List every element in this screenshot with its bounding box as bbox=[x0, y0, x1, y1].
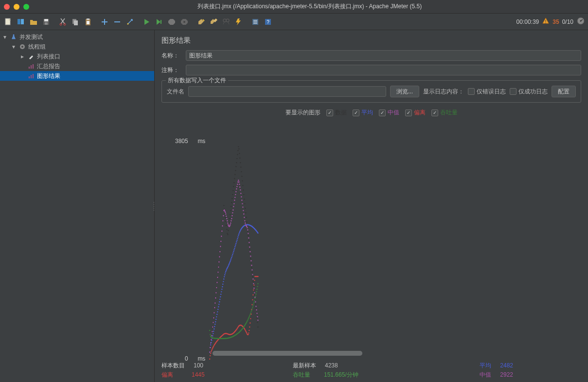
svg-rect-32 bbox=[33, 74, 34, 78]
only-error-checkbox[interactable]: 仅错误日志 bbox=[468, 88, 506, 96]
svg-point-101 bbox=[242, 185, 243, 186]
throughput-checkbox[interactable]: 吞吐量 bbox=[431, 109, 458, 117]
chevron-right-icon[interactable]: ▸ bbox=[19, 53, 25, 60]
start-no-pause-icon[interactable] bbox=[154, 17, 164, 27]
search-icon[interactable] bbox=[221, 17, 232, 27]
svg-point-64 bbox=[224, 213, 225, 214]
chart-scrollbar[interactable] bbox=[213, 351, 362, 356]
open-icon[interactable] bbox=[28, 17, 39, 27]
only-success-checkbox[interactable]: 仅成功日志 bbox=[510, 88, 548, 96]
cut-icon[interactable] bbox=[57, 17, 68, 27]
tree-label: 线程组 bbox=[28, 43, 46, 51]
svg-point-242 bbox=[214, 312, 214, 313]
paste-icon[interactable] bbox=[83, 17, 93, 27]
svg-point-315 bbox=[249, 247, 250, 248]
help-icon[interactable]: ? bbox=[263, 17, 273, 27]
svg-point-275 bbox=[230, 224, 231, 225]
svg-point-102 bbox=[243, 189, 244, 190]
svg-point-160 bbox=[222, 284, 223, 285]
gauge-icon[interactable] bbox=[576, 17, 585, 27]
tree-item-request[interactable]: ▸ 列表接口 bbox=[0, 52, 154, 61]
name-input[interactable] bbox=[186, 50, 581, 61]
svg-point-88 bbox=[236, 162, 237, 163]
svg-point-13 bbox=[127, 23, 129, 24]
shutdown-icon[interactable] bbox=[179, 17, 190, 27]
splitter-handle[interactable] bbox=[152, 199, 155, 214]
reset-search-icon[interactable] bbox=[233, 17, 244, 27]
clear-icon[interactable] bbox=[196, 17, 206, 27]
svg-point-98 bbox=[241, 171, 242, 172]
svg-point-334 bbox=[210, 355, 211, 356]
svg-point-141 bbox=[213, 331, 214, 332]
svg-point-279 bbox=[232, 215, 232, 216]
svg-point-284 bbox=[234, 200, 235, 200]
chevron-down-icon[interactable]: ▾ bbox=[11, 43, 17, 50]
svg-point-69 bbox=[227, 233, 228, 234]
svg-point-113 bbox=[248, 239, 249, 240]
save-icon[interactable] bbox=[41, 17, 52, 27]
svg-point-276 bbox=[230, 222, 231, 223]
svg-point-115 bbox=[249, 249, 250, 250]
median-label: 中值 bbox=[480, 371, 491, 379]
tree-item-graph[interactable]: 图形结果 bbox=[0, 71, 154, 81]
function-helper-icon[interactable] bbox=[250, 17, 261, 27]
stop-icon[interactable] bbox=[166, 17, 177, 27]
minimize-icon[interactable] bbox=[14, 4, 19, 10]
filename-input[interactable] bbox=[188, 86, 386, 97]
svg-point-337 bbox=[211, 350, 212, 351]
svg-point-287 bbox=[235, 191, 236, 192]
svg-rect-2 bbox=[21, 19, 24, 24]
svg-point-78 bbox=[231, 202, 232, 203]
config-button[interactable]: 配置 bbox=[552, 86, 576, 97]
svg-rect-11 bbox=[87, 18, 89, 20]
throughput-label: 吞吐量 bbox=[293, 371, 310, 379]
tree-root[interactable]: ▾ 并发测试 bbox=[0, 32, 154, 42]
svg-point-250 bbox=[217, 272, 218, 273]
data-checkbox[interactable]: 数据 bbox=[326, 109, 347, 117]
svg-point-312 bbox=[248, 233, 249, 234]
templates-icon[interactable] bbox=[16, 17, 26, 27]
svg-point-527 bbox=[255, 296, 256, 297]
close-icon[interactable] bbox=[4, 4, 10, 10]
deviation-checkbox[interactable]: 偏离 bbox=[405, 109, 426, 117]
comment-input[interactable] bbox=[186, 65, 581, 75]
svg-point-114 bbox=[249, 244, 249, 245]
collapse-icon[interactable] bbox=[112, 17, 123, 27]
svg-point-194 bbox=[239, 232, 240, 233]
chevron-down-icon[interactable]: ▾ bbox=[2, 34, 8, 40]
start-icon[interactable] bbox=[141, 17, 152, 27]
svg-point-188 bbox=[236, 241, 237, 242]
clear-all-icon[interactable] bbox=[208, 17, 219, 27]
graph-results-panel: 图形结果 名称： 注释： 所有数据写入一个文件 文件名 浏览... 显示日志内容… bbox=[155, 30, 588, 382]
svg-point-256 bbox=[220, 241, 221, 242]
test-plan-tree[interactable]: ▾ 并发测试 ▾ 线程组 ▸ 列表接口 汇总报告 图形结果 bbox=[0, 30, 155, 382]
new-icon[interactable] bbox=[3, 17, 14, 27]
tree-thread-group[interactable]: ▾ 线程组 bbox=[0, 42, 154, 52]
svg-point-322 bbox=[252, 278, 253, 279]
svg-point-195 bbox=[239, 231, 240, 232]
browse-button[interactable]: 浏览... bbox=[390, 86, 419, 97]
svg-point-270 bbox=[227, 222, 228, 223]
svg-point-249 bbox=[217, 277, 218, 278]
tree-item-summary[interactable]: 汇总报告 bbox=[0, 61, 154, 71]
svg-point-318 bbox=[250, 260, 251, 261]
svg-point-309 bbox=[246, 226, 247, 227]
svg-point-67 bbox=[226, 225, 227, 226]
copy-icon[interactable] bbox=[70, 17, 81, 27]
svg-point-522 bbox=[252, 305, 253, 306]
warning-icon[interactable] bbox=[542, 17, 550, 26]
median-checkbox[interactable]: 中值 bbox=[379, 109, 399, 117]
toggle-icon[interactable] bbox=[125, 17, 135, 27]
maximize-icon[interactable] bbox=[23, 4, 29, 10]
filename-label: 文件名 bbox=[167, 88, 184, 96]
svg-point-186 bbox=[235, 245, 236, 246]
svg-point-409 bbox=[246, 332, 247, 333]
svg-point-97 bbox=[240, 166, 241, 167]
svg-point-267 bbox=[226, 216, 227, 217]
svg-point-317 bbox=[250, 255, 251, 256]
avg-checkbox[interactable]: 平均 bbox=[353, 109, 373, 117]
expand-icon[interactable] bbox=[99, 17, 110, 27]
svg-point-16 bbox=[183, 21, 185, 23]
svg-point-118 bbox=[250, 262, 251, 263]
svg-point-190 bbox=[237, 238, 238, 239]
